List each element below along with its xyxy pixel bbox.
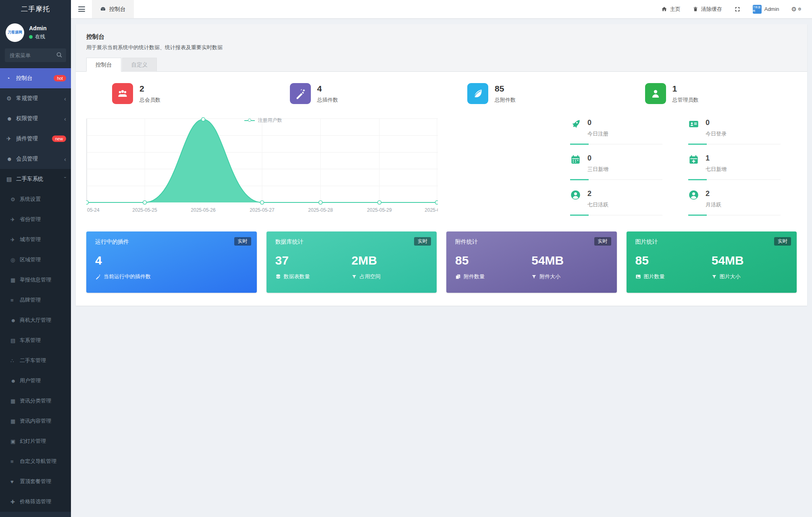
chevron-left-icon: ‹ (64, 156, 66, 163)
card-value: 2MB (352, 254, 428, 267)
x-tick: 2025-05-26 (191, 207, 216, 213)
realtime-badge: 实时 (594, 237, 611, 246)
chart-legend[interactable]: 注册用户数 (244, 117, 282, 124)
account-label: Admin (764, 6, 779, 12)
subitem-label: 区域管理 (20, 256, 41, 263)
quick-stat-value: 0 (706, 119, 727, 127)
sidebar-subitem-system-settings[interactable]: ⚙系统设置 (0, 189, 71, 209)
sidebar-subitem-city[interactable]: ✈城市管理 (0, 229, 71, 250)
top-navbar: 控制台 主页 清除缓存 刀客源网 Admin ⚙⚙ (71, 0, 812, 19)
calendar-icon (570, 154, 581, 165)
id-card-icon (688, 119, 699, 129)
subitem-label: 系统设置 (20, 196, 41, 203)
search-icon (56, 52, 62, 58)
user-name: Admin (29, 25, 47, 31)
sidebar-subitem-users[interactable]: ☻用户管理 (0, 371, 71, 391)
avatar-text: 刀客源网 (753, 6, 762, 13)
dashboard-panel: 控制台 用于展示当前系统中的统计数据、统计报表及重要实时数据 控制台 自定义 2… (76, 24, 807, 306)
realtime-badge: 实时 (414, 237, 431, 246)
navbar-tab-dashboard[interactable]: 控制台 (92, 0, 134, 18)
legend-marker-icon (244, 120, 255, 121)
fullscreen-button[interactable] (734, 6, 741, 13)
database-icon (275, 274, 281, 279)
stat-total-attachments: 85总附件数 (441, 83, 619, 104)
sidebar-item-usedcar-system[interactable]: ▤ 二手车系统 ˇ (0, 169, 71, 189)
sidebar-item-label: 控制台 (16, 75, 33, 82)
home-link[interactable]: 主页 (661, 6, 681, 13)
user-circle-icon (570, 190, 581, 200)
copy-icon (455, 274, 461, 279)
quick-stat-label: 今日注册 (587, 130, 608, 138)
quick-stat-label: 七日新增 (706, 166, 727, 173)
card-running-addons[interactable]: 运行中的插件 实时 4 当前运行中的插件数 (86, 231, 257, 293)
card-metric-label: 占用空间 (360, 273, 381, 280)
card-value: 54MB (712, 254, 788, 267)
app-title: 二手摩托 (0, 0, 71, 19)
sidebar-item-auth[interactable]: ☻ 权限管理 ‹ (0, 108, 71, 129)
sidebar-item-member[interactable]: ☻ 会员管理 ‹ (0, 149, 71, 169)
sidebar-search (5, 48, 66, 62)
sidebar-subitem-top-package[interactable]: ♥置顶套餐管理 (0, 471, 71, 492)
filter-icon (531, 274, 537, 279)
x-tick: 2025-05-28 (308, 207, 333, 213)
settings-button[interactable]: ⚙⚙ (791, 6, 800, 13)
avatar[interactable]: 刀客源网 (6, 23, 24, 42)
paper-plane-icon: ✈ (10, 217, 20, 223)
quick-stat-label: 三日新增 (587, 166, 608, 173)
subitem-label: 幻灯片管理 (20, 438, 46, 445)
realtime-badge: 实时 (774, 237, 791, 246)
clear-cache-button[interactable]: 清除缓存 (693, 6, 722, 13)
sidebar-subitem-brand[interactable]: ≡品牌管理 (0, 290, 71, 310)
x-tick: 2025-05-25 (132, 207, 157, 213)
tab-custom[interactable]: 自定义 (122, 58, 157, 72)
sidebar-item-dashboard[interactable]: ◔ 控制台 hot (0, 68, 71, 88)
sidebar-toggle-button[interactable] (71, 0, 92, 18)
panel-header: 控制台 用于展示当前系统中的统计数据、统计报表及重要实时数据 控制台 自定义 (76, 24, 807, 72)
card-title: 图片统计 (635, 238, 788, 246)
tab-dashboard[interactable]: 控制台 (86, 58, 121, 72)
sidebar-section-usedcar: ▤ 二手车系统 ˇ ⚙系统设置 ✈省份管理 ✈城市管理 ◎区域管理 ▦举报信息管… (0, 169, 71, 512)
sidebar-item-label: 常规管理 (16, 95, 38, 102)
sidebar-subitem-slideshow[interactable]: ▣幻灯片管理 (0, 431, 71, 451)
sidebar-subitem-province[interactable]: ✈省份管理 (0, 209, 71, 229)
stat-value: 2 (139, 84, 160, 94)
sidebar-subitem-price-filter[interactable]: ✚价格筛选管理 (0, 492, 71, 512)
sidebar-subitem-report[interactable]: ▦举报信息管理 (0, 270, 71, 290)
bars-icon: ≡ (10, 459, 20, 465)
filter-icon (712, 274, 717, 279)
card-value: 37 (275, 254, 352, 267)
stat-total-addons: 4总插件数 (264, 83, 442, 104)
quick-stat-label: 今日登录 (706, 130, 727, 138)
user-circle-icon (688, 190, 699, 200)
compass-icon: ◎ (10, 257, 20, 263)
paper-plane-icon: ✈ (10, 237, 20, 243)
realtime-badge: 实时 (234, 237, 251, 246)
main-content: 控制台 用于展示当前系统中的统计数据、统计报表及重要实时数据 控制台 自定义 2… (71, 19, 812, 311)
stat-total-admins: 1总管理员数 (619, 83, 797, 104)
card-value: 54MB (531, 254, 608, 267)
bars-icon: ≡ (10, 297, 20, 303)
gears-icon: ⚙ (6, 95, 16, 102)
sidebar-subitem-custom-nav[interactable]: ≡自定义导航管理 (0, 451, 71, 471)
account-menu[interactable]: 刀客源网 Admin (753, 5, 779, 14)
registered-users-chart[interactable]: 注册用户数 (86, 116, 438, 218)
sidebar-subitem-news-category[interactable]: ▦资讯分类管理 (0, 391, 71, 411)
sidebar-subitem-usedcar[interactable]: ∴二手车管理 (0, 350, 71, 371)
quick-stat-value: 0 (587, 119, 608, 127)
summary-cards: 运行中的插件 实时 4 当前运行中的插件数 数据库统计 (86, 231, 797, 293)
sidebar-subitem-car-series[interactable]: ▤车系管理 (0, 330, 71, 350)
sidebar-subitem-news-content[interactable]: ▦资讯内容管理 (0, 411, 71, 431)
stat-value: 4 (317, 84, 338, 94)
chevron-down-icon: ˇ (64, 176, 66, 183)
card-image-stats[interactable]: 图片统计 实时 85 图片数量 54MB (627, 231, 797, 293)
sidebar-item-addon[interactable]: ✈ 插件管理 new (0, 129, 71, 149)
panel-tabs: 控制台 自定义 (86, 58, 797, 71)
sidebar-subitem-business-hall[interactable]: ☻商机大厅管理 (0, 310, 71, 330)
hot-badge: hot (54, 75, 66, 82)
card-database-stats[interactable]: 数据库统计 实时 37 数据表数量 2MB (267, 231, 437, 293)
card-attachment-stats[interactable]: 附件统计 实时 85 附件数量 54MB (446, 231, 617, 293)
newspaper-icon: ▦ (10, 398, 20, 404)
image-icon: ▣ (10, 438, 20, 444)
sidebar-subitem-region[interactable]: ◎区域管理 (0, 250, 71, 270)
sidebar-item-general[interactable]: ⚙ 常规管理 ‹ (0, 88, 71, 108)
